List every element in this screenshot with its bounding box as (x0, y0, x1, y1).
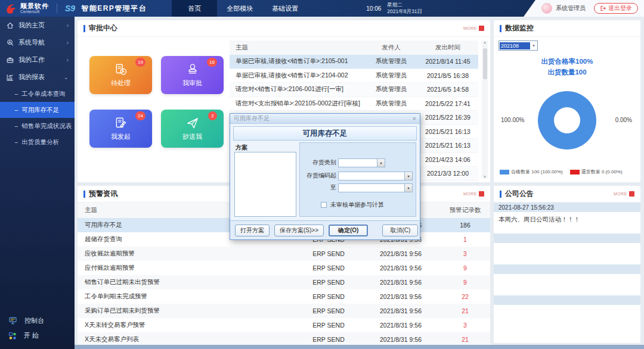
panel-title: 数据监控 (505, 23, 534, 33)
approval-table-header: 主题 发件人 发出时间 (230, 40, 478, 55)
bar-chart-icon (6, 73, 14, 82)
approval-sender: 系统管理员 (365, 85, 417, 94)
left-percent-label: 100.00% (501, 117, 524, 123)
alert-count: 9 (440, 279, 490, 286)
alert-time: 2021/8/31 9:56 (361, 336, 440, 343)
scroll-up-icon[interactable]: ▲ (483, 40, 487, 44)
clock: 10:06 星期二 2021年8月31日 (366, 2, 422, 15)
scheme-label: 方案 (236, 144, 247, 152)
close-icon[interactable]: × (413, 115, 416, 122)
scroll-thumb[interactable] (483, 48, 487, 79)
logout-icon (600, 5, 606, 11)
code-to-dropdown-icon[interactable]: ▾ (405, 183, 413, 192)
sidebar-item-home[interactable]: 我的主页 › (0, 17, 75, 34)
alert-time: 2021/8/31 9:56 (361, 250, 440, 257)
open-scheme-button[interactable]: 打开方案 (235, 225, 270, 236)
alert-sender: ERP SEND (296, 322, 361, 329)
more-button[interactable]: MORE (463, 191, 484, 197)
sidebar-item-work[interactable]: 我的工作 › (0, 51, 75, 68)
nav-item-modules[interactable]: 全部模块 (217, 0, 262, 17)
alert-time: 2021/8/31 9:56 (361, 322, 440, 329)
code-to-input[interactable] (338, 183, 405, 192)
brand-logo: 顺景软件 Centersoft S9 智能ERP管理平台 (0, 2, 147, 15)
scroll-down-icon[interactable]: ▼ (483, 175, 487, 179)
panel-title: 预警资讯 (89, 189, 117, 199)
category-dropdown-icon[interactable]: ▾ (377, 158, 385, 167)
alert-subject: 销售订单已过期未出货预警 (78, 278, 296, 286)
sidebar-subitem[interactable]: − 可用库存不足 (0, 102, 75, 118)
accent-bar (500, 191, 501, 198)
alert-subject: 应付账款逾期预警 (78, 264, 296, 272)
cancel-button[interactable]: 取消(C) (382, 225, 418, 236)
approval-scrollbar[interactable]: ▲ ▼ (482, 40, 488, 179)
sidebar-item-reports[interactable]: 我的报表 ⌄ (0, 68, 75, 86)
alert-time: 2021/8/31 9:56 (361, 279, 440, 286)
alert-row[interactable]: X天未转交易客户预警 ERP SEND 2021/8/31 9:56 3 (78, 318, 490, 332)
sidebar-subitem[interactable]: − 出货质量分析 (0, 134, 75, 150)
unaudited-checkbox[interactable] (321, 202, 327, 208)
nav-item-home[interactable]: 首页 (172, 0, 217, 17)
notice-item[interactable]: 2021-08-27 15:56:23 本周六、周日公司活动！！！ (494, 202, 640, 233)
approval-subject: 请您对<销售订单>:2106-001进行[一审] (230, 85, 365, 94)
dash-marker: − (14, 139, 18, 146)
alert-count: 3 (440, 322, 490, 329)
approval-row[interactable]: 单据已审核,请接收<销售订单>:2105-001 系统管理员 2021/8/14… (230, 55, 478, 69)
alert-row[interactable]: 应收账款逾期预警 ERP SEND 2021/8/31 9:56 3 (78, 247, 490, 261)
more-button[interactable]: MORE (463, 26, 484, 31)
period-value: 202108 (500, 42, 530, 49)
logout-button[interactable]: 退出登录 (594, 3, 638, 14)
sidebar-subitem[interactable]: − 工令单成本查询 (0, 86, 75, 102)
alert-row[interactable]: 应付账款逾期预警 ERP SEND 2021/8/31 9:56 9 (78, 261, 490, 275)
start-button[interactable]: 开 始 (0, 328, 75, 343)
tile-pending[interactable]: 19 待处理 (89, 56, 152, 94)
more-icon (479, 191, 484, 197)
console-button[interactable]: 控制台 (0, 313, 75, 328)
period-select[interactable]: 202108 ▾ (499, 40, 538, 51)
approval-row[interactable]: 单据已审核,请接收<销售订单>:2104-002 系统管理员 2021/8/5 … (230, 69, 478, 83)
approval-row[interactable]: 请您对<支出报销单>:202105-0002进行[审核] 系统管理员 2021/… (230, 97, 478, 111)
compass-icon (6, 39, 14, 47)
username-label: 系统管理员 (556, 4, 586, 13)
alert-row[interactable]: 采购订单已过期未到货预警 ERP SEND 2021/8/31 9:56 21 (78, 304, 490, 318)
panel-header: 数据监控 (494, 20, 640, 37)
stamp-icon (185, 63, 200, 77)
tile-my-approvals[interactable]: 16 我审批 (161, 56, 224, 94)
tile-initiated-by-me[interactable]: 24 我发起 (89, 110, 152, 148)
ok-button[interactable]: 确定(O) (329, 225, 368, 236)
approval-sender: 系统管理员 (365, 57, 417, 66)
panel-header: 公司公告 MORE (494, 186, 640, 202)
alert-subject: 采购订单已过期未到货预警 (78, 307, 296, 315)
approval-subject: 单据已审核,请接收<销售订单>:2105-001 (230, 57, 365, 66)
more-button[interactable]: MORE (614, 191, 634, 197)
dialog-titlebar[interactable]: 可用库存不足 × (230, 114, 420, 124)
notice-item[interactable] (494, 233, 640, 264)
notice-item[interactable] (494, 264, 640, 295)
tile-cc-me[interactable]: 2 抄送我 (161, 110, 224, 148)
dialog-title: 可用库存不足 (234, 114, 270, 123)
dash-marker: − (14, 123, 18, 130)
category-input[interactable] (338, 158, 377, 167)
unaudited-checkbox-row: 未审核单据参与计算 (321, 201, 384, 209)
scheme-listbox[interactable] (234, 152, 296, 217)
approval-time: 2021/6/5 14:58 (417, 86, 478, 93)
sidebar-item-navigation[interactable]: 系统导航 › (0, 34, 75, 51)
sidebar-subitem[interactable]: − 销售单完成状况表 (0, 118, 75, 134)
code-from-dropdown-icon[interactable]: ▾ (405, 172, 413, 180)
approval-time: 2021/5/22 17:41 (417, 100, 478, 107)
approval-row[interactable]: 请您对<销售订单>:2106-001进行[一审] 系统管理员 2021/6/5 … (230, 83, 478, 97)
notice-item[interactable] (494, 295, 640, 326)
alert-row[interactable]: 工令单到期未完成预警 ERP SEND 2021/8/31 9:56 22 (78, 289, 490, 304)
nav-item-settings[interactable]: 基础设置 (262, 0, 308, 17)
more-icon (479, 26, 484, 31)
chevron-down-icon: ▾ (530, 43, 537, 48)
code-from-input[interactable] (338, 172, 405, 180)
notice-text (494, 305, 640, 326)
insufficient-stock-dialog: 可用库存不足 × 可用库存不足 方案 存货类别 ▾ 存货编码起 ▾ 至 ▾ 未审… (230, 113, 420, 240)
panel-header: 审批中心 MORE (78, 20, 490, 37)
bottom-strip (75, 345, 644, 349)
alert-row[interactable]: 销售订单已过期未出货预警 ERP SEND 2021/8/31 9:56 9 (78, 275, 490, 289)
main-nav: 首页 全部模块 基础设置 (172, 0, 308, 17)
alert-sender: ERP SEND (296, 336, 361, 343)
dash-marker: − (14, 107, 18, 114)
save-scheme-button[interactable]: 保存方案(S)>> (274, 225, 324, 236)
